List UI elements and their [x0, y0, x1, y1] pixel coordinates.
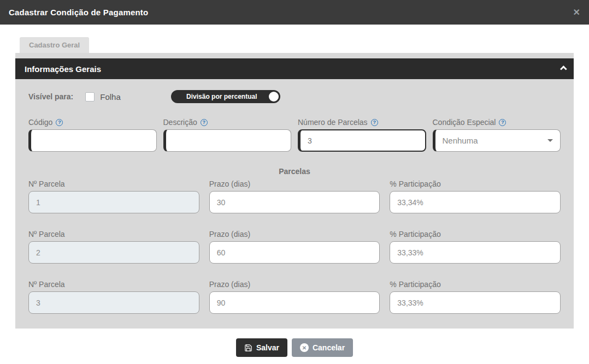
field-descricao: Descrição ?	[163, 117, 292, 152]
descricao-label: Descrição	[163, 118, 197, 127]
tab-cadastro-geral[interactable]: Cadastro Geral	[20, 37, 89, 53]
parcela-1-prazo: Prazo (dias)	[209, 179, 380, 213]
tabs-row: Cadastro Geral	[0, 25, 589, 53]
prazo-dias-label: Prazo (dias)	[209, 279, 380, 289]
parcela-3-participacao: % Participação	[390, 279, 561, 314]
help-icon[interactable]: ?	[371, 119, 378, 126]
numero-de-parcelas-input[interactable]	[298, 129, 426, 152]
parcela-1-numero: Nº Parcela	[28, 179, 199, 213]
parcela-1-participacao-input[interactable]	[390, 191, 561, 213]
field-codigo: Código ?	[28, 117, 157, 152]
field-numero-de-parcelas: Número de Parcelas ?	[298, 117, 426, 152]
parcela-2-numero-input	[28, 241, 199, 264]
help-icon[interactable]: ?	[201, 119, 208, 126]
prazo-dias-label: Prazo (dias)	[209, 229, 380, 239]
parcela-3-numero: Nº Parcela	[28, 279, 199, 314]
parcelas-heading: Parcelas	[28, 167, 561, 176]
folha-checkbox[interactable]	[85, 92, 95, 102]
condicao-especial-select[interactable]: Nenhuma	[433, 129, 561, 152]
participacao-label: % Participação	[390, 179, 561, 189]
numero-parcela-label: Nº Parcela	[28, 179, 199, 189]
save-button[interactable]: Salvar	[236, 338, 287, 357]
toggle-knob[interactable]	[269, 92, 279, 102]
parcela-3-prazo-input[interactable]	[209, 291, 380, 314]
descricao-input[interactable]	[163, 129, 292, 152]
codigo-label: Código	[28, 118, 52, 127]
parcela-2-numero: Nº Parcela	[28, 229, 199, 264]
section-body: Visível para: Folha Divisão por percentu…	[15, 79, 574, 314]
chevron-up-icon[interactable]	[560, 65, 567, 73]
folha-checkbox-label[interactable]: Folha	[100, 92, 121, 102]
parcela-1-numero-input	[28, 191, 199, 213]
parcela-3-prazo: Prazo (dias)	[209, 279, 380, 314]
codigo-input[interactable]	[28, 129, 157, 152]
parcela-2-prazo: Prazo (dias)	[209, 229, 380, 264]
numero-parcela-label: Nº Parcela	[28, 229, 199, 239]
modal-title: Cadastrar Condição de Pagamento	[9, 8, 148, 17]
parcela-3-participacao-input[interactable]	[390, 291, 561, 314]
prazo-dias-label: Prazo (dias)	[209, 179, 380, 189]
panel-top-strip	[15, 53, 574, 58]
divisao-por-percentual-toggle[interactable]: Divisão por percentual	[171, 90, 280, 103]
modal-header: Cadastrar Condição de Pagamento ✕	[0, 0, 589, 25]
numero-de-parcelas-label: Número de Parcelas	[298, 118, 368, 127]
field-condicao-especial: Condição Especial ? Nenhuma	[433, 117, 561, 152]
parcela-2-participacao-input[interactable]	[390, 241, 561, 264]
section-header-informacoes-gerais[interactable]: Informações Gerais	[15, 58, 574, 79]
parcela-1-prazo-input[interactable]	[209, 191, 380, 213]
visibility-label: Visível para:	[28, 92, 73, 101]
parcela-1-participacao: % Participação	[390, 179, 561, 213]
toggle-label: Divisão por percentual	[186, 93, 264, 100]
parcela-row-1: Nº Parcela Prazo (dias) % Participação	[28, 179, 561, 213]
visibility-row: Visível para: Folha Divisão por percentu…	[28, 90, 561, 103]
modal-footer: Salvar ✕ Cancelar	[0, 329, 589, 357]
cancel-circle-x-icon: ✕	[300, 343, 309, 352]
parcela-2-prazo-input[interactable]	[209, 241, 380, 264]
condicao-especial-value: Nenhuma	[443, 136, 548, 145]
cancel-button[interactable]: ✕ Cancelar	[292, 338, 353, 357]
chevron-down-icon	[547, 139, 553, 142]
participacao-label: % Participação	[390, 279, 561, 289]
help-icon[interactable]: ?	[56, 119, 63, 126]
numero-parcela-label: Nº Parcela	[28, 279, 199, 289]
participacao-label: % Participação	[390, 229, 561, 239]
parcela-3-numero-input	[28, 291, 199, 314]
condicao-especial-label: Condição Especial	[433, 118, 496, 127]
save-button-label: Salvar	[256, 343, 279, 352]
save-disk-icon	[244, 344, 252, 352]
section-title: Informações Gerais	[25, 64, 101, 74]
help-icon[interactable]: ?	[499, 119, 506, 126]
parcela-row-3: Nº Parcela Prazo (dias) % Participação	[28, 279, 561, 314]
field-grid: Código ? Descrição ? Número de Parcelas …	[28, 117, 561, 152]
parcela-2-participacao: % Participação	[390, 229, 561, 264]
cancel-button-label: Cancelar	[313, 343, 345, 352]
parcela-row-2: Nº Parcela Prazo (dias) % Participação	[28, 229, 561, 264]
form-panel: Informações Gerais Visível para: Folha D…	[15, 53, 574, 329]
close-icon[interactable]: ✕	[573, 8, 580, 17]
